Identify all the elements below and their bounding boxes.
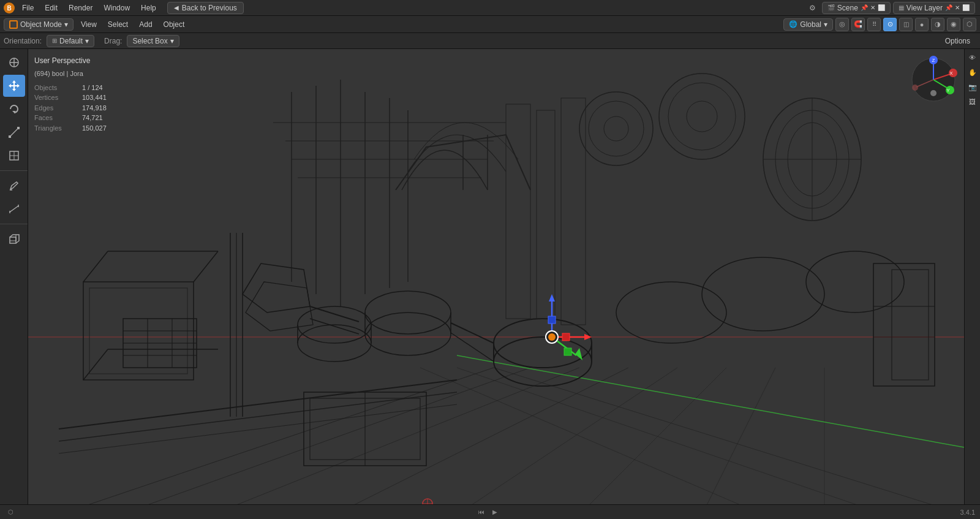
proportional-icon[interactable]: ◎: [835, 18, 849, 31]
3d-viewport[interactable]: X Y Z User Perspective (694) bool | Jora…: [28, 49, 964, 504]
mode-dropdown-icon: ▾: [64, 20, 68, 29]
svg-point-136: [930, 90, 937, 96]
menu-render[interactable]: Render: [64, 2, 97, 13]
header-bar: Orientation: ⊞ Default ▾ Drag: Select Bo…: [0, 33, 980, 49]
global-selector[interactable]: 🌐 Global ▾: [783, 18, 833, 31]
vp-menu-object[interactable]: Object: [159, 19, 190, 30]
scene-selector[interactable]: 🎬 Scene 📌 ✕ ⬜: [822, 2, 891, 14]
tool-move[interactable]: [3, 75, 25, 97]
svg-marker-118: [575, 348, 582, 360]
scene-expand-icon[interactable]: ⬜: [878, 4, 885, 11]
info-edges-row: Edges 174,918: [34, 103, 107, 113]
version-label: 3.4.1: [960, 509, 975, 516]
edges-value: 174,918: [82, 103, 107, 113]
scene-name-label: (694) bool | Jora: [34, 69, 107, 79]
svg-rect-121: [548, 316, 556, 324]
viewport-info-overlay: User Perspective (694) bool | Jora Objec…: [34, 55, 107, 133]
object-mode-selector[interactable]: Object Mode ▾: [4, 18, 74, 31]
right-tool-view[interactable]: 👁: [967, 51, 979, 64]
options-button[interactable]: Options: [939, 36, 976, 47]
menu-file[interactable]: File: [17, 2, 39, 13]
orientation-selector[interactable]: ⊞ Default ▾: [47, 35, 94, 47]
drag-label: Drag:: [104, 37, 122, 45]
tool-transform[interactable]: [3, 145, 25, 167]
svg-marker-114: [549, 294, 555, 301]
tool-add-cube[interactable]: [3, 228, 25, 250]
faces-label: Faces: [34, 113, 77, 123]
shading-render-icon[interactable]: ◉: [947, 18, 960, 31]
svg-marker-7: [12, 80, 16, 83]
shading-material-icon[interactable]: ◑: [931, 18, 944, 31]
right-sidebar: 👁 ✋ 📷 🖼: [964, 49, 980, 504]
vertices-value: 103,441: [82, 93, 107, 103]
view-layer-expand-icon[interactable]: ⬜: [962, 4, 970, 11]
svg-point-135: [912, 85, 918, 91]
vp-menu-view[interactable]: View: [76, 19, 102, 30]
bottom-play-icon[interactable]: ▶: [489, 507, 500, 518]
svg-rect-22: [10, 237, 16, 243]
vp-menu-add[interactable]: Add: [134, 19, 157, 30]
tool-measure[interactable]: [3, 198, 25, 220]
engine-icon[interactable]: ⚙: [806, 1, 820, 15]
triangles-value: 150,027: [82, 123, 107, 134]
svg-text:B: B: [7, 5, 11, 12]
faces-value: 74,721: [82, 113, 103, 123]
bottom-scene-icon[interactable]: ⬡: [5, 507, 16, 518]
tool-select-cursor[interactable]: [3, 51, 25, 74]
view-layer-close-icon[interactable]: ✕: [955, 4, 960, 11]
viewport-right-controls: 🌐 Global ▾ ◎ 🧲 ⠿ ⊙ ◫ ● ◑ ◉ ⬡: [783, 18, 976, 31]
svg-line-12: [10, 128, 18, 137]
shading-wire-icon[interactable]: ⬡: [963, 18, 976, 31]
right-tool-camera[interactable]: 📷: [967, 81, 979, 93]
orientation-value: Default: [59, 37, 83, 45]
right-tool-render[interactable]: 🖼: [967, 96, 979, 108]
sidebar-separator-2: [0, 224, 28, 224]
tool-rotate[interactable]: [3, 98, 25, 120]
svg-marker-10: [17, 84, 20, 88]
transform-gizmo[interactable]: [512, 288, 592, 368]
shading-solid-icon[interactable]: ●: [915, 18, 929, 31]
menu-help[interactable]: Help: [136, 2, 161, 13]
svg-text:Z: Z: [932, 58, 935, 63]
blender-logo[interactable]: B: [2, 1, 16, 15]
orientation-dropdown-icon: ▾: [85, 37, 89, 45]
drag-dropdown-icon: ▾: [170, 37, 174, 45]
vertices-label: Vertices: [34, 93, 77, 103]
info-vertices-row: Vertices 103,441: [34, 93, 107, 103]
object-mode-label: Object Mode: [20, 20, 62, 29]
menu-window[interactable]: Window: [99, 2, 135, 13]
tool-annotate[interactable]: [3, 175, 25, 197]
info-objects-row: Objects 1 / 124: [34, 83, 107, 93]
drag-selector[interactable]: Select Box ▾: [127, 35, 179, 47]
triangles-label: Triangles: [34, 123, 77, 134]
info-triangles-row: Triangles 150,027: [34, 123, 107, 134]
navigation-gizmo[interactable]: X Y Z: [909, 55, 958, 104]
svg-rect-120: [564, 348, 571, 355]
back-to-previous-button[interactable]: ◀ Back to Previous: [167, 2, 244, 14]
global-icon: 🌐: [789, 20, 797, 28]
svg-marker-9: [9, 84, 11, 88]
view-layer-selector[interactable]: ▦ View Layer 📌 ✕ ⬜: [893, 2, 975, 14]
svg-point-123: [548, 333, 556, 341]
overlay-icon[interactable]: ⊙: [883, 18, 897, 31]
drag-value: Select Box: [132, 37, 167, 45]
svg-rect-25: [28, 49, 964, 504]
snap-icon[interactable]: 🧲: [851, 18, 865, 31]
vp-menu-select[interactable]: Select: [103, 19, 133, 30]
svg-rect-119: [562, 333, 570, 341]
xray-icon[interactable]: ◫: [899, 18, 913, 31]
bottom-bar: ⬡ ⏮ ▶ 3.4.1: [0, 504, 980, 519]
back-to-previous-label: Back to Previous: [182, 4, 237, 12]
global-dropdown-icon: ▾: [824, 20, 827, 29]
scene-close-icon[interactable]: ✕: [870, 4, 875, 11]
right-tool-cursor[interactable]: ✋: [967, 66, 979, 78]
viewport-menus: View Select Add Object: [76, 19, 189, 30]
snap2-icon[interactable]: ⠿: [867, 18, 881, 31]
menu-edit[interactable]: Edit: [40, 2, 62, 13]
info-faces-row: Faces 74,721: [34, 113, 107, 123]
bottom-timeline-icon[interactable]: ⏮: [476, 507, 487, 518]
sidebar-separator-1: [0, 170, 28, 171]
tool-scale[interactable]: [3, 121, 25, 143]
bottom-left: ⬡: [5, 507, 16, 518]
bottom-center: ⏮ ▶: [476, 507, 500, 518]
